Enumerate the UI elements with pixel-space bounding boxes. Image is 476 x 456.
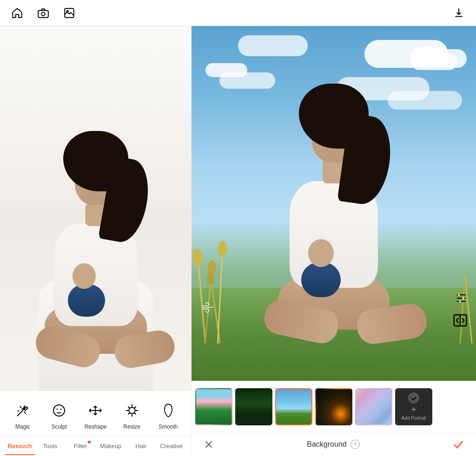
svg-point-5 [57, 409, 58, 410]
reshape-label: Reshape [84, 423, 106, 430]
cloud-decor [388, 91, 462, 110]
svg-point-6 [60, 409, 62, 410]
add-portrait-button[interactable]: + Add Portrait [395, 388, 432, 425]
reshape-tool[interactable]: Reshape [79, 400, 112, 430]
svg-rect-0 [38, 10, 48, 17]
tab-tools[interactable]: Tools [35, 437, 65, 455]
tool-icons-row: Magic Sculpt [0, 391, 191, 436]
reshape-icon [85, 400, 106, 421]
background-thumbnails: + Add Portrait [192, 381, 476, 432]
left-panel: Magic Sculpt [0, 26, 192, 456]
svg-point-1 [41, 12, 45, 16]
thumb-spring-forest[interactable] [195, 388, 232, 425]
sculpt-label: Sculpt [52, 423, 67, 430]
tab-makeup[interactable]: Makeup [96, 437, 126, 455]
tab-hair[interactable]: Hair [126, 437, 156, 455]
svg-point-3 [67, 10, 68, 12]
sliders-icon[interactable] [455, 292, 468, 306]
tab-creative[interactable]: Creative [156, 437, 186, 455]
svg-point-7 [129, 407, 135, 413]
magic-tool[interactable]: Magic [7, 400, 39, 430]
cloud-decor [219, 72, 275, 89]
svg-point-9 [458, 294, 460, 296]
top-bar-left-icons [9, 5, 77, 21]
bottom-action-bar: Background ? [192, 432, 476, 456]
cancel-button[interactable] [201, 436, 217, 452]
original-photo [0, 26, 191, 391]
tab-filter[interactable]: Filter [65, 437, 95, 455]
cloud-decor [238, 35, 308, 56]
add-portrait-label: Add Portrait [402, 416, 426, 421]
add-portrait-check-icon [408, 392, 419, 404]
smooth-tool[interactable]: Smooth [152, 400, 185, 430]
gallery-button[interactable] [61, 5, 77, 21]
edited-photo [192, 26, 476, 381]
sculpt-tool[interactable]: Sculpt [43, 400, 75, 430]
smooth-icon [158, 400, 178, 421]
resize-tool[interactable]: Resize [116, 400, 148, 430]
cloud-decor [411, 47, 448, 65]
smooth-label: Smooth [159, 423, 178, 430]
resize-icon [122, 400, 142, 421]
magic-icon [13, 400, 33, 421]
add-portrait-plus-icon: + [411, 405, 416, 414]
main-content: Magic Sculpt [0, 26, 476, 456]
thumb-sky-outdoor[interactable] [275, 388, 312, 425]
tab-nav: Retouch Tools Filter Makeup Hair Creativ… [0, 436, 191, 456]
tab-retouch[interactable]: Retouch [5, 437, 35, 455]
compare-icon[interactable] [453, 313, 468, 330]
action-title: Background [307, 440, 346, 449]
help-button[interactable]: ? [350, 440, 360, 449]
confirm-button[interactable] [450, 436, 467, 453]
home-button[interactable] [9, 5, 25, 21]
right-panel: + Add Portrait Background ? [192, 26, 476, 456]
svg-point-10 [462, 297, 464, 300]
resize-label: Resize [123, 423, 140, 430]
magic-label: Magic [15, 423, 30, 430]
tools-panel: Magic Sculpt [0, 391, 191, 456]
download-button[interactable] [451, 5, 467, 21]
camera-button[interactable] [35, 5, 51, 21]
thumb-dark-forest[interactable] [235, 388, 272, 425]
wind-overlay-icon [201, 301, 214, 316]
sculpt-icon [49, 400, 69, 421]
thumb-dark-bokeh[interactable] [315, 388, 352, 425]
svg-point-4 [53, 405, 65, 416]
thumb-watercolor[interactable] [355, 388, 392, 425]
filter-dot [88, 441, 91, 443]
svg-point-11 [459, 300, 461, 303]
top-bar [0, 0, 476, 26]
action-title-area: Background ? [307, 440, 359, 449]
